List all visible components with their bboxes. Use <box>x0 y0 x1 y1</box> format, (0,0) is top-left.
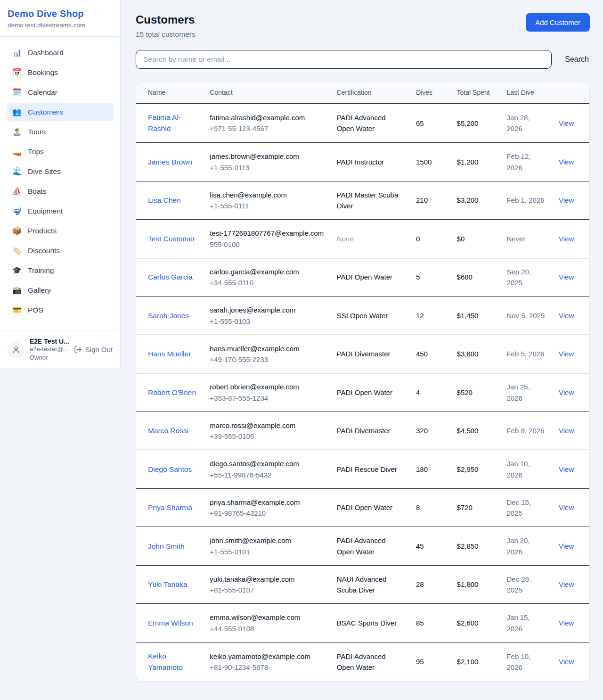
table-row: Robert O'Brien robert.obrien@example.com… <box>136 373 589 412</box>
customer-name-link[interactable]: Marco Rossi <box>148 427 188 435</box>
add-customer-button[interactable]: Add Customer <box>526 13 590 32</box>
view-customer-link[interactable]: View <box>559 350 574 358</box>
customer-name-link[interactable]: Diego Santos <box>148 465 192 473</box>
sidebar-item-pos[interactable]: 💳POS <box>7 301 114 319</box>
search-row: Search <box>136 50 590 69</box>
col-header-contact: Contact <box>204 82 331 104</box>
customer-count: 15 total customers <box>136 30 196 39</box>
customer-email: priya.sharma@example.com <box>210 497 325 508</box>
customer-name-link[interactable]: James Brown <box>148 158 192 166</box>
customer-dives: 8 <box>410 488 451 527</box>
user-icon <box>12 346 20 354</box>
customer-dives: 65 <box>410 104 451 143</box>
customer-phone: +81-90-1234-5678 <box>210 662 325 673</box>
col-header-last-dive: Last Dive <box>501 82 553 104</box>
customer-email: robert.obrien@example.com <box>210 381 325 392</box>
sidebar-item-dive-sites[interactable]: 🌊Dive Sites <box>7 162 114 181</box>
table-row: Keiko Yamamoto keiko.yamamoto@example.co… <box>136 642 589 681</box>
customer-certification: PADI Advanced Open Water <box>337 652 386 671</box>
customer-last-dive: Jan 25, 2026 <box>501 373 553 412</box>
customer-last-dive: Feb 8, 2026 <box>501 412 553 450</box>
customer-name-link[interactable]: Keiko Yamamoto <box>148 652 183 671</box>
search-button[interactable]: Search <box>564 53 590 66</box>
view-customer-link[interactable]: View <box>559 235 574 243</box>
customer-email: yuki.tanaka@example.com <box>210 574 325 585</box>
sidebar-item-bookings[interactable]: 📅Bookings <box>7 63 114 82</box>
view-customer-link[interactable]: View <box>559 312 574 320</box>
customer-name-link[interactable]: Sarah Jones <box>148 312 189 320</box>
sidebar-item-dashboard[interactable]: 📊Dashboard <box>7 43 114 62</box>
brand-name[interactable]: Demo Dive Shop <box>8 8 113 19</box>
view-customer-link[interactable]: View <box>559 542 574 550</box>
customer-name-link[interactable]: Emma Wilson <box>148 619 193 627</box>
customer-phone: +1-555-0103 <box>210 316 325 327</box>
customer-certification: None <box>337 235 354 243</box>
sidebar-item-label: POS <box>28 306 43 314</box>
sidebar-item-customers[interactable]: 👥Customers <box>7 103 114 121</box>
customer-last-dive: Sep 20, 2025 <box>501 258 553 296</box>
sidebar-item-gallery[interactable]: 📸Gallery <box>7 281 114 299</box>
tours-icon: 🏝️ <box>12 127 22 136</box>
sidebar-item-discounts[interactable]: 🏷️Discounts <box>7 241 114 260</box>
customer-phone: +34-555-0110 <box>210 277 325 288</box>
table-row: Test Customer test-1772681807767@example… <box>136 220 589 258</box>
customer-certification: PADI Advanced Open Water <box>337 536 386 555</box>
sidebar-item-tours[interactable]: 🏝️Tours <box>7 123 114 141</box>
view-customer-link[interactable]: View <box>559 580 574 588</box>
customer-name-link[interactable]: John Smith <box>148 542 185 550</box>
customer-name-link[interactable]: Yuki Tanaka <box>148 580 187 588</box>
customer-name-link[interactable]: Test Customer <box>148 235 195 243</box>
sidebar-item-training[interactable]: 🎓Training <box>7 261 114 280</box>
view-customer-link[interactable]: View <box>559 158 574 166</box>
customer-certification: PADI Instructor <box>337 158 384 166</box>
customer-total-spent: $2,600 <box>451 604 501 642</box>
sidebar-item-label: Training <box>28 266 54 275</box>
customer-name-link[interactable]: Hans Mueller <box>148 350 191 358</box>
customer-name-link[interactable]: Fatima Al-Rashid <box>148 113 181 132</box>
view-customer-link[interactable]: View <box>559 465 574 473</box>
customer-email: marco.rossi@example.com <box>210 420 325 431</box>
sidebar-item-label: Boats <box>28 187 47 196</box>
pos-icon: 💳 <box>12 305 22 314</box>
customer-total-spent: $2,100 <box>451 642 501 681</box>
customer-email: carlos.garcia@example.com <box>210 266 325 277</box>
customer-name-link[interactable]: Carlos Garcia <box>148 273 193 281</box>
customer-certification: PADI Divemaster <box>337 350 391 358</box>
customer-phone: +1-555-0111 <box>210 200 325 211</box>
customer-dives: 1500 <box>410 143 451 181</box>
table-row: Priya Sharma priya.sharma@example.com +9… <box>136 488 589 527</box>
sign-out-button[interactable]: Sign Out <box>74 346 113 354</box>
avatar <box>8 341 24 358</box>
sidebar-item-label: Gallery <box>28 286 51 295</box>
sidebar-item-label: Tours <box>28 128 46 136</box>
col-header-total-spent: Total Spent <box>451 82 501 104</box>
view-customer-link[interactable]: View <box>559 119 574 127</box>
customer-certification: NAUI Advanced Scuba Diver <box>337 575 387 594</box>
view-customer-link[interactable]: View <box>559 196 574 204</box>
sidebar-item-trips[interactable]: 🚤Trips <box>7 142 114 161</box>
customer-last-dive: Feb 5, 2026 <box>501 335 553 373</box>
col-header-certification: Certification <box>331 82 410 104</box>
sign-out-label: Sign Out <box>85 346 113 354</box>
customer-name-link[interactable]: Robert O'Brien <box>148 388 196 396</box>
sidebar-item-equipment[interactable]: 🤿Equipment <box>7 202 114 220</box>
view-customer-link[interactable]: View <box>559 273 574 281</box>
customer-certification: BSAC Sports Diver <box>337 619 397 627</box>
customer-name-link[interactable]: Priya Sharma <box>148 503 192 511</box>
sidebar-item-calendar[interactable]: 🗓️Calendar <box>7 83 114 101</box>
view-customer-link[interactable]: View <box>559 658 574 666</box>
view-customer-link[interactable]: View <box>559 427 574 435</box>
sidebar-item-boats[interactable]: ⛵Boats <box>7 182 114 200</box>
search-input[interactable] <box>136 50 552 69</box>
customer-name-link[interactable]: Lisa Chen <box>148 196 181 204</box>
calendar-icon: 🗓️ <box>12 88 22 97</box>
sidebar-item-products[interactable]: 📦Products <box>7 222 114 240</box>
customer-total-spent: $520 <box>451 373 501 412</box>
products-icon: 📦 <box>12 226 22 235</box>
view-customer-link[interactable]: View <box>559 388 574 396</box>
view-customer-link[interactable]: View <box>559 619 574 627</box>
page-title-block: Customers 15 total customers <box>136 13 196 39</box>
view-customer-link[interactable]: View <box>559 503 574 511</box>
table-row: Yuki Tanaka yuki.tanaka@example.com +81-… <box>136 565 589 604</box>
table-row: Carlos Garcia carlos.garcia@example.com … <box>136 258 589 296</box>
